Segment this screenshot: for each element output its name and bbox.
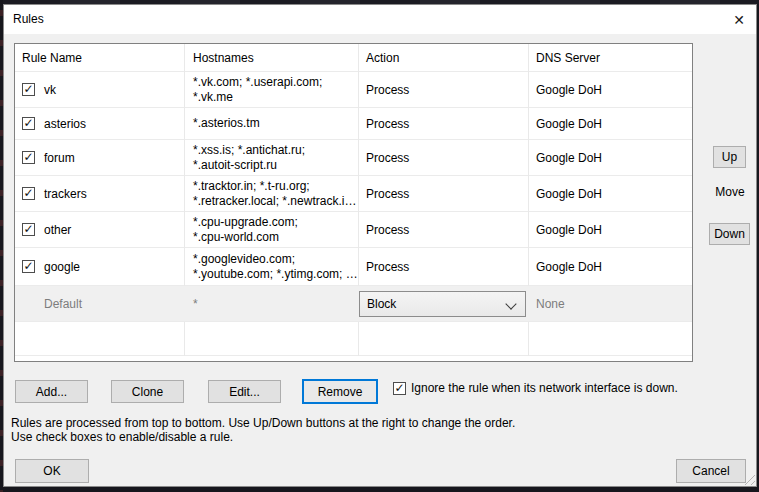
rule-action: Process <box>366 117 409 131</box>
rule-checkbox[interactable]: ✓ <box>22 83 35 96</box>
ignore-rule-checkbox-group[interactable]: ✓ Ignore the rule when its network inter… <box>393 381 678 395</box>
default-action-dropdown[interactable]: Block <box>359 291 526 317</box>
rule-name: forum <box>44 151 75 165</box>
check-icon: ✓ <box>23 261 33 272</box>
up-button[interactable]: Up <box>713 146 746 168</box>
ignore-rule-checkbox[interactable]: ✓ <box>393 382 406 395</box>
rule-checkbox[interactable]: ✓ <box>22 260 35 273</box>
move-label: Move <box>707 185 753 199</box>
ignore-rule-label: Ignore the rule when its network interfa… <box>411 381 678 395</box>
check-icon: ✓ <box>23 118 33 129</box>
check-icon: ✓ <box>23 152 33 163</box>
help-text: Rules are processed from top to bottom. … <box>11 416 515 444</box>
table-row-forum[interactable]: ✓ forum *.xss.is; *.antichat.ru;*.autoit… <box>15 140 692 176</box>
help-line: Use check boxes to enable/disable a rule… <box>11 430 515 444</box>
rule-name: other <box>44 223 71 237</box>
cancel-button[interactable]: Cancel <box>676 459 746 483</box>
table-row-default[interactable]: Default * None Block <box>15 286 692 322</box>
check-icon: ✓ <box>394 383 404 394</box>
rule-action: Process <box>366 151 409 165</box>
rule-dns-server: None <box>536 297 565 311</box>
rule-checkbox[interactable]: ✓ <box>22 223 35 236</box>
column-header-hostnames[interactable]: Hostnames <box>184 44 358 71</box>
rule-dns-server: Google DoH <box>536 223 602 237</box>
rule-action: Process <box>366 83 409 97</box>
close-icon: ✕ <box>733 12 745 28</box>
check-icon: ✓ <box>23 224 33 235</box>
chevron-down-icon <box>505 298 516 309</box>
table-row-asterios[interactable]: ✓ asterios *.asterios.tm Process Google … <box>15 108 692 140</box>
rule-action: Process <box>366 187 409 201</box>
rule-hostnames: *.googlevideo.com;*.youtube.com; *.ytimg… <box>193 252 358 282</box>
rule-dns-server: Google DoH <box>536 83 602 97</box>
column-header-action[interactable]: Action <box>358 44 528 71</box>
rule-hostnames: *.asterios.tm <box>193 116 260 131</box>
table-row-google[interactable]: ✓ google *.googlevideo.com;*.youtube.com… <box>15 248 692 286</box>
ok-button[interactable]: OK <box>15 459 89 483</box>
rule-action: Process <box>366 260 409 274</box>
rules-dialog: Rules ✕ Rule Name Hostnames Action DNS S… <box>3 4 757 487</box>
edit-button[interactable]: Edit... <box>208 380 281 403</box>
rule-hostnames: *.vk.com; *.userapi.com;*.vk.me <box>193 75 322 105</box>
rule-hostnames: * <box>193 297 198 311</box>
rule-dns-server: Google DoH <box>536 260 602 274</box>
rule-hostnames: *.xss.is; *.antichat.ru;*.autoit-script.… <box>193 143 305 173</box>
empty-row[interactable] <box>15 322 692 356</box>
close-button[interactable]: ✕ <box>722 5 756 34</box>
column-header-rule-name[interactable]: Rule Name <box>15 44 184 71</box>
down-button[interactable]: Down <box>709 223 750 245</box>
table-row-vk[interactable]: ✓ vk *.vk.com; *.userapi.com;*.vk.me Pro… <box>15 72 692 108</box>
table-row-trackers[interactable]: ✓ trackers *.tracktor.in; *.t-ru.org;*.r… <box>15 176 692 212</box>
rule-name: google <box>44 260 80 274</box>
column-header-dns-server[interactable]: DNS Server <box>528 44 692 71</box>
rule-checkbox[interactable]: ✓ <box>22 187 35 200</box>
rule-checkbox[interactable]: ✓ <box>22 151 35 164</box>
rule-action: Process <box>366 223 409 237</box>
titlebar[interactable]: Rules ✕ <box>4 5 756 34</box>
rule-dns-server: Google DoH <box>536 117 602 131</box>
rule-dns-server: Google DoH <box>536 151 602 165</box>
check-icon: ✓ <box>23 84 33 95</box>
rule-hostnames: *.tracktor.in; *.t-ru.org;*.retracker.lo… <box>193 179 356 209</box>
table-row-other[interactable]: ✓ other *.cpu-upgrade.com;*.cpu-world.co… <box>15 212 692 248</box>
rules-table: Rule Name Hostnames Action DNS Server ✓ … <box>14 43 693 362</box>
remove-button[interactable]: Remove <box>302 379 378 404</box>
dialog-title: Rules <box>13 12 44 26</box>
rule-checkbox[interactable]: ✓ <box>22 117 35 130</box>
rule-name: Default <box>44 297 82 311</box>
rule-name: asterios <box>44 117 86 131</box>
table-header: Rule Name Hostnames Action DNS Server <box>15 44 692 72</box>
rule-name: vk <box>44 83 56 97</box>
clone-button[interactable]: Clone <box>111 380 184 403</box>
rule-dns-server: Google DoH <box>536 187 602 201</box>
help-line: Rules are processed from top to bottom. … <box>11 416 515 430</box>
rule-name: trackers <box>44 187 87 201</box>
add-button[interactable]: Add... <box>15 380 88 403</box>
rule-hostnames: *.cpu-upgrade.com;*.cpu-world.com <box>193 215 298 245</box>
check-icon: ✓ <box>23 188 33 199</box>
desktop-background: Rules ✕ Rule Name Hostnames Action DNS S… <box>0 0 759 492</box>
